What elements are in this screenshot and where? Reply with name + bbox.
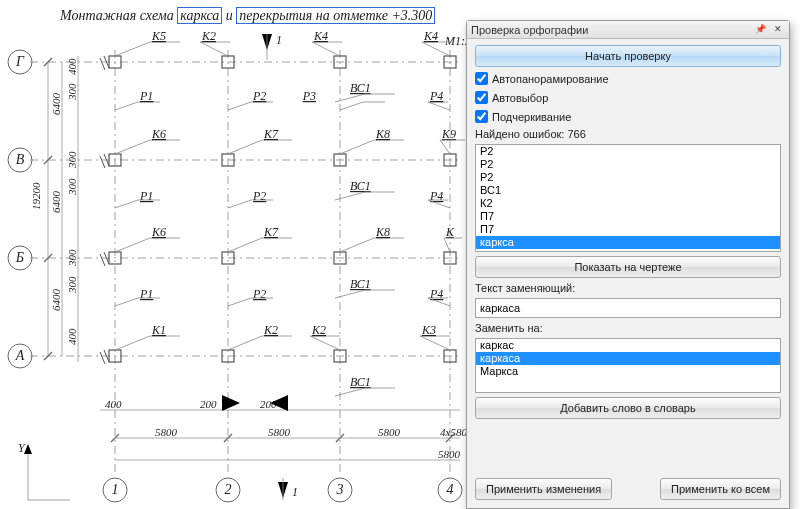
svg-text:6400: 6400 (50, 191, 62, 214)
replacing-label: Текст заменяющий: (475, 282, 781, 294)
svg-text:400: 400 (105, 398, 122, 410)
svg-text:К1: К1 (151, 323, 166, 337)
suggestion-item[interactable]: Маркса (476, 365, 780, 378)
error-item[interactable]: П7 (476, 210, 780, 223)
svg-line-114 (340, 140, 374, 154)
error-item[interactable]: +3 (476, 249, 780, 252)
svg-text:3: 3 (336, 482, 344, 497)
svg-text:6400: 6400 (50, 93, 62, 116)
errors-listbox[interactable]: Р2Р2Р2ВС1К2П7П7каркса+3М1 (475, 144, 781, 252)
svg-line-135 (228, 336, 262, 350)
error-item[interactable]: Р2 (476, 171, 780, 184)
autopan-checkbox-row[interactable]: Автопанорамирование (475, 71, 781, 86)
show-on-drawing-button[interactable]: Показать на чертеже (475, 256, 781, 278)
svg-text:19200: 19200 (30, 182, 42, 210)
svg-text:А: А (15, 348, 25, 363)
suggestion-item[interactable]: каркас (476, 339, 780, 352)
svg-line-130 (444, 238, 450, 252)
svg-line-141 (420, 336, 450, 350)
svg-text:К2: К2 (311, 323, 326, 337)
svg-line-120 (115, 238, 150, 252)
apply-all-button[interactable]: Применить ко всем (660, 478, 781, 500)
svg-text:К9: К9 (441, 127, 456, 141)
svg-text:5800: 5800 (378, 426, 401, 438)
apply-changes-button[interactable]: Применить изменения (475, 478, 612, 500)
start-check-button[interactable]: Начать проверку (475, 45, 781, 67)
suggestion-item[interactable]: каркаса (476, 352, 780, 365)
title-mid: и (222, 8, 236, 23)
svg-text:К6: К6 (151, 127, 166, 141)
error-item[interactable]: Р2 (476, 145, 780, 158)
svg-text:К4: К4 (313, 29, 328, 43)
dialog-title: Проверка орфографии (471, 24, 588, 36)
error-item[interactable]: каркса (476, 236, 780, 249)
svg-line-138 (310, 336, 340, 350)
svg-text:ВС1: ВС1 (350, 179, 371, 193)
error-item[interactable]: ВС1 (476, 184, 780, 197)
svg-line-51 (200, 42, 228, 56)
svg-line-123 (228, 238, 262, 252)
replace-with-label: Заменить на: (475, 322, 781, 334)
title-prefix: Монтажная схема (60, 8, 177, 23)
error-item[interactable]: П7 (476, 223, 780, 236)
autopan-label: Автопанорамирование (492, 73, 609, 85)
title-misspelled-2: перекрытия на отметке +3.300 (236, 7, 435, 24)
error-item[interactable]: К2 (476, 197, 780, 210)
svg-text:4х580: 4х580 (440, 426, 467, 438)
svg-text:1: 1 (112, 482, 119, 497)
svg-text:К6: К6 (151, 225, 166, 239)
svg-line-45 (100, 254, 105, 266)
svg-line-81 (228, 102, 251, 110)
underline-checkbox[interactable] (475, 110, 488, 123)
spellcheck-dialog: Проверка орфографии 📌 ✕ Начать проверку … (466, 20, 790, 509)
underline-checkbox-row[interactable]: Подчеркивание (475, 109, 781, 124)
svg-line-84 (340, 102, 363, 110)
found-errors-label: Найдено ошибок: 766 (475, 128, 781, 140)
svg-text:К: К (445, 225, 455, 239)
svg-text:300: 300 (66, 151, 78, 169)
suggestions-listbox[interactable]: каркаскаркасаМаркса (475, 338, 781, 393)
svg-text:Р3: Р3 (302, 89, 316, 103)
dialog-titlebar[interactable]: Проверка орфографии 📌 ✕ (467, 21, 789, 39)
autoselect-label: Автовыбор (492, 92, 548, 104)
svg-text:1: 1 (276, 33, 282, 47)
svg-text:300: 300 (66, 83, 78, 101)
svg-line-108 (115, 140, 150, 154)
svg-line-111 (228, 140, 262, 154)
svg-text:Р4: Р4 (429, 89, 443, 103)
svg-text:400: 400 (66, 58, 78, 75)
svg-line-47 (100, 352, 105, 364)
underline-label: Подчеркивание (492, 111, 571, 123)
svg-text:К5: К5 (151, 29, 166, 43)
svg-line-126 (340, 238, 374, 252)
svg-text:Р1: Р1 (139, 189, 153, 203)
svg-line-95 (228, 200, 251, 208)
drawing-title: Монтажная схема каркса и перекрытия на о… (60, 8, 435, 24)
add-to-dict-button[interactable]: Добавить слово в словарь (475, 397, 781, 419)
close-icon[interactable]: ✕ (770, 23, 785, 36)
svg-text:К7: К7 (263, 127, 279, 141)
svg-line-102 (115, 298, 138, 306)
svg-text:2: 2 (225, 482, 232, 497)
autopan-checkbox[interactable] (475, 72, 488, 85)
svg-text:200: 200 (200, 398, 217, 410)
svg-text:4: 4 (447, 482, 454, 497)
svg-text:Р2: Р2 (252, 89, 266, 103)
svg-text:К4: К4 (423, 29, 438, 43)
svg-text:300: 300 (66, 276, 78, 294)
autoselect-checkbox-row[interactable]: Автовыбор (475, 90, 781, 105)
pin-icon[interactable]: 📌 (753, 23, 768, 36)
svg-line-93 (115, 200, 138, 208)
svg-text:Б: Б (15, 250, 24, 265)
svg-line-132 (115, 336, 150, 350)
autoselect-checkbox[interactable] (475, 91, 488, 104)
svg-text:ВС1: ВС1 (350, 81, 371, 95)
svg-text:300: 300 (66, 249, 78, 267)
replacing-input[interactable] (475, 298, 781, 318)
error-item[interactable]: Р2 (476, 158, 780, 171)
svg-line-74 (335, 290, 365, 298)
svg-text:ВС1: ВС1 (350, 277, 371, 291)
title-misspelled-1: каркса (177, 7, 222, 24)
svg-text:Г: Г (15, 54, 25, 69)
svg-marker-166 (222, 395, 240, 411)
